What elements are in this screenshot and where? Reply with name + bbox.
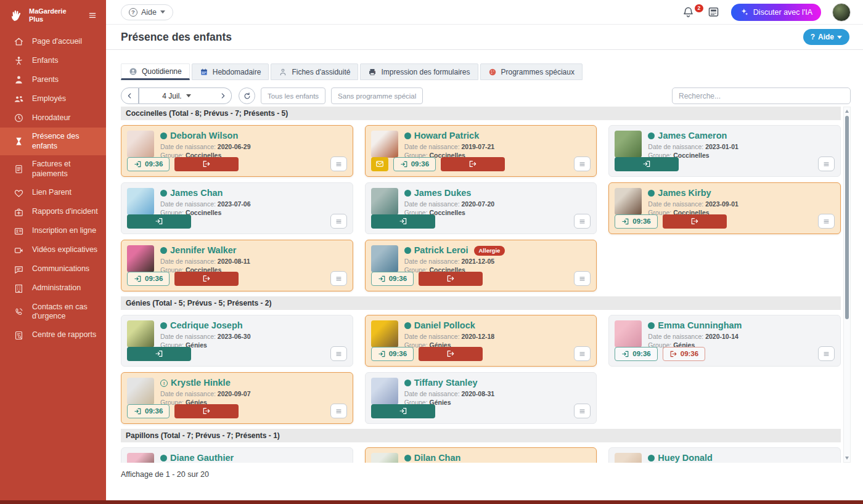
checkout-button[interactable] <box>174 157 239 171</box>
checkin-button[interactable] <box>127 347 191 361</box>
card-menu-button[interactable] <box>574 346 591 361</box>
sidebar-item-parents[interactable]: Parents <box>0 70 106 89</box>
sidebar-item-rapports-incident[interactable]: Rapports d'incident <box>0 203 106 222</box>
next-day-button[interactable] <box>214 87 232 104</box>
sidebar-item-employes[interactable]: Employés <box>0 89 106 108</box>
child-photo[interactable] <box>371 131 398 158</box>
search-input[interactable] <box>672 87 851 104</box>
checkin-time-chip[interactable]: 09:36 <box>127 157 170 171</box>
checkin-time-chip[interactable]: 09:36 <box>127 404 170 418</box>
card-menu-button[interactable] <box>574 214 591 229</box>
sidebar-item-administration[interactable]: Administration <box>0 279 106 298</box>
checkin-time-chip[interactable]: 09:36 <box>371 272 414 286</box>
checkin-time-chip[interactable]: 09:36 <box>615 214 657 229</box>
checkin-button[interactable] <box>127 214 191 229</box>
checkout-button[interactable] <box>419 347 483 361</box>
child-photo[interactable] <box>371 188 398 215</box>
scrollbar-thumb[interactable] <box>845 116 849 319</box>
child-name[interactable]: James Dukes <box>414 188 472 198</box>
user-avatar[interactable] <box>832 3 851 22</box>
checkout-button[interactable] <box>663 214 727 229</box>
tab-programmes-speciaux[interactable]: Programmes spéciaux <box>480 63 583 80</box>
child-photo[interactable] <box>371 245 398 272</box>
checkin-button[interactable] <box>371 214 435 229</box>
tab-hebdomadaire[interactable]: Hebdomadaire <box>192 63 269 80</box>
child-photo[interactable] <box>127 245 154 272</box>
refresh-button[interactable] <box>239 87 255 104</box>
sidebar-item-communications[interactable]: Communications <box>0 260 106 279</box>
checkin-button[interactable] <box>371 404 435 418</box>
scroll-down-arrow-icon[interactable] <box>845 457 849 460</box>
tab-fiches-assiduite[interactable]: Fiches d'assiduité <box>271 63 358 80</box>
child-name[interactable]: Emma Cunningham <box>658 320 742 331</box>
help-pill-button[interactable]: ? Aide <box>121 4 173 20</box>
sidebar-item-presence-enfants[interactable]: Présence des enfants <box>0 128 106 155</box>
card-menu-button[interactable] <box>818 214 835 229</box>
child-photo[interactable] <box>615 453 642 463</box>
child-name[interactable]: Howard Patrick <box>414 131 480 141</box>
prev-day-button[interactable] <box>121 87 139 104</box>
children-filter-select[interactable]: Tous les enfants <box>261 87 325 104</box>
card-menu-button[interactable] <box>330 214 347 229</box>
checkout-time-chip[interactable]: 09:36 <box>663 347 705 361</box>
scroll-up-arrow-icon[interactable] <box>845 110 849 113</box>
child-photo[interactable] <box>127 131 154 158</box>
checkout-button[interactable] <box>174 272 239 286</box>
child-name[interactable]: Cedrique Joseph <box>170 320 243 331</box>
card-menu-button[interactable] <box>330 346 347 361</box>
card-menu-button[interactable] <box>818 156 835 171</box>
help-button[interactable]: ? Aide <box>803 29 849 45</box>
sidebar-item-enfants[interactable]: Enfants <box>0 51 106 70</box>
child-name[interactable]: Dilan Chan <box>414 453 461 463</box>
tab-quotidienne[interactable]: Quotidienne <box>121 63 190 80</box>
child-photo[interactable] <box>127 453 154 463</box>
child-photo[interactable] <box>127 378 154 405</box>
card-menu-button[interactable] <box>330 404 347 418</box>
child-name[interactable]: Huey Donald <box>658 453 713 463</box>
child-name[interactable]: Tiffany Stanley <box>414 378 478 388</box>
child-name[interactable]: Diane Gauthier <box>170 453 234 463</box>
ai-chat-button[interactable]: Discuter avec l'IA <box>731 4 821 21</box>
checkin-time-chip[interactable]: 09:36 <box>393 157 436 171</box>
child-name[interactable]: Daniel Pollock <box>414 320 475 331</box>
sidebar-item-inscription[interactable]: Inscription en ligne <box>0 222 106 241</box>
checkin-time-chip[interactable]: 09:36 <box>615 347 657 361</box>
child-photo[interactable] <box>127 320 154 348</box>
date-select[interactable]: 4 Juil. <box>139 87 214 104</box>
child-name[interactable]: Patrick Leroi <box>414 245 468 256</box>
child-name[interactable]: Krystle Hinkle <box>171 378 231 388</box>
timeclock-icon[interactable] <box>707 6 720 18</box>
notifications-bell-icon[interactable] <box>682 6 695 18</box>
sidebar-item-centre-rapports[interactable]: Centre de rapports <box>0 326 106 345</box>
sidebar-item-horodateur[interactable]: Horodateur <box>0 108 106 128</box>
sidebar-item-home[interactable]: Page d'accueil <box>0 32 106 51</box>
child-photo[interactable] <box>615 131 642 158</box>
card-menu-button[interactable] <box>330 156 347 171</box>
card-menu-button[interactable] <box>574 404 591 418</box>
checkout-button[interactable] <box>174 404 239 418</box>
checkout-button[interactable] <box>419 272 483 286</box>
sidebar-item-contacts-urgence[interactable]: Contacts en cas d'urgence <box>0 298 106 326</box>
card-menu-button[interactable] <box>818 346 835 361</box>
card-menu-button[interactable] <box>574 156 591 171</box>
child-photo[interactable] <box>127 188 154 215</box>
child-photo[interactable] <box>371 453 398 463</box>
child-name[interactable]: James Cameron <box>658 131 727 141</box>
sidebar-item-lien-parent[interactable]: Lien Parent <box>0 184 106 203</box>
card-menu-button[interactable] <box>574 271 591 286</box>
child-name[interactable]: James Chan <box>170 188 223 198</box>
sidebar-item-videos[interactable]: Vidéos explicatives <box>0 241 106 260</box>
child-name[interactable]: James Kirby <box>658 188 711 198</box>
program-filter-select[interactable]: Sans programme spécial <box>331 87 423 104</box>
child-photo[interactable] <box>371 378 398 405</box>
tab-impression-formulaires[interactable]: Impression des formulaires <box>360 63 478 80</box>
checkin-time-chip[interactable]: 09:36 <box>371 347 414 361</box>
child-photo[interactable] <box>615 188 642 215</box>
checkout-button[interactable] <box>441 157 505 171</box>
sidebar-toggle-icon[interactable] <box>86 10 99 20</box>
checkin-time-chip[interactable]: 09:36 <box>127 272 170 286</box>
child-name[interactable]: Deborah Wilson <box>170 131 238 141</box>
checkin-button[interactable] <box>615 157 679 171</box>
card-menu-button[interactable] <box>330 271 347 286</box>
child-photo[interactable] <box>615 320 642 348</box>
